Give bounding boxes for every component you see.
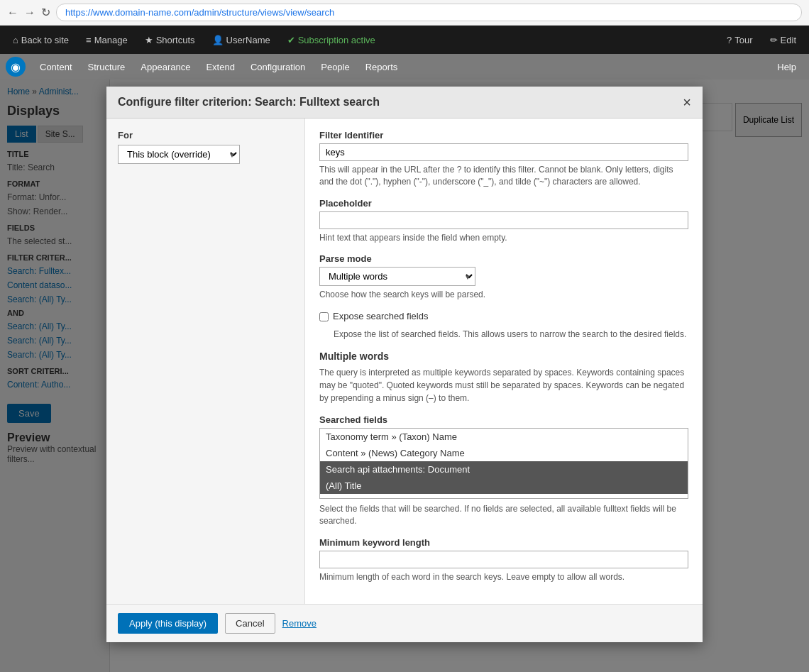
star-icon: ★: [145, 35, 153, 45]
cancel-button[interactable]: Cancel: [225, 613, 275, 634]
list-item[interactable]: Content » (News) Category Name: [320, 445, 688, 461]
placeholder-input[interactable]: [319, 211, 688, 229]
edit-item[interactable]: ✏ Edit: [763, 26, 803, 54]
parse-mode-hint: Choose how the search keys will be parse…: [319, 289, 688, 301]
manage-icon: ≡: [86, 35, 92, 45]
tour-label: Tour: [734, 35, 752, 45]
remove-link[interactable]: Remove: [282, 618, 317, 629]
user-icon: 👤: [212, 35, 224, 45]
expose-fields-group: Expose searched fields Expose the list o…: [319, 311, 688, 341]
modal-right-inner: Filter Identifier This will appear in th…: [305, 119, 703, 604]
multiple-words-text: The query is interpreted as multiple key…: [319, 366, 688, 404]
modal-left-pane: For This block (override): [106, 119, 305, 604]
menu-extend-label: Extend: [206, 62, 234, 72]
min-keyword-group: Minimum keyword length Minimum length of…: [319, 537, 688, 583]
for-label: For: [118, 130, 293, 141]
placeholder-group: Placeholder Hint text that appears insid…: [319, 198, 688, 244]
modal-overlay: Configure filter criterion: Search: Full…: [0, 79, 809, 672]
check-icon: ✔: [287, 35, 295, 45]
filter-identifier-label: Filter Identifier: [319, 130, 688, 141]
menu-appearance[interactable]: Appearance: [133, 54, 197, 79]
menu-help-label: Help: [777, 62, 796, 72]
username-label: UserName: [226, 35, 270, 45]
url-prefix: https://www.domain-name.com: [65, 7, 192, 18]
menu-content[interactable]: Content: [33, 54, 79, 79]
list-item[interactable]: Search api attachments: Document: [320, 461, 688, 478]
parse-mode-select[interactable]: Multiple words Direct input Single phras…: [319, 267, 475, 286]
min-keyword-input[interactable]: [319, 551, 688, 568]
shortcuts-item[interactable]: ★ Shortcuts: [138, 26, 202, 54]
browser-forward-btn[interactable]: →: [24, 6, 35, 19]
min-keyword-label: Minimum keyword length: [319, 537, 688, 548]
menu-configuration-label: Configuration: [251, 62, 305, 72]
expose-checkbox-label: Expose searched fields: [333, 311, 428, 321]
menu-appearance-label: Appearance: [141, 62, 190, 72]
tour-item[interactable]: ? Tour: [720, 26, 760, 54]
menu-structure[interactable]: Structure: [81, 54, 133, 79]
for-select[interactable]: This block (override): [118, 145, 240, 164]
modal-title: Configure filter criterion: Search: Full…: [118, 96, 380, 109]
manage-label: Manage: [94, 35, 128, 45]
subscription-label: Subscription active: [298, 35, 375, 45]
list-item[interactable]: (All) Title: [320, 478, 688, 494]
shortcuts-label: Shortcuts: [156, 35, 195, 45]
parse-mode-group: Parse mode Multiple words Direct input S…: [319, 253, 688, 301]
parse-mode-label: Parse mode: [319, 253, 688, 264]
apply-button[interactable]: Apply (this display): [118, 613, 218, 634]
min-keyword-hint: Minimum length of each word in the searc…: [319, 571, 688, 583]
menu-structure-label: Structure: [88, 62, 126, 72]
multiple-words-section: Multiple words The query is interpreted …: [319, 351, 688, 404]
menu-people-label: People: [321, 62, 349, 72]
menu-content-label: Content: [40, 62, 72, 72]
placeholder-hint: Hint text that appears inside the field …: [319, 232, 688, 244]
back-to-site[interactable]: ⌂ Back to site: [6, 26, 76, 54]
searched-fields-hint: Select the fields that will be searched.…: [319, 503, 688, 527]
menu-reports-label: Reports: [365, 62, 398, 72]
url-path: /admin/structure/views/view/search: [192, 7, 335, 18]
modal-close-button[interactable]: ×: [683, 95, 691, 109]
browser-bar: ← → ↻ https://www.domain-name.com/admin/…: [0, 0, 809, 26]
subscription-item: ✔ Subscription active: [280, 26, 383, 54]
menu-reports[interactable]: Reports: [358, 54, 405, 79]
menu-people[interactable]: People: [314, 54, 356, 79]
drupal-logo: ◉: [6, 57, 26, 77]
searched-fields-listbox[interactable]: Taxonomy term » (Taxon) Name Content » (…: [320, 429, 688, 498]
pencil-icon: ✏: [770, 35, 778, 45]
menu-extend[interactable]: Extend: [199, 54, 241, 79]
searched-fields-label: Searched fields: [319, 414, 688, 425]
expose-checkbox[interactable]: [319, 312, 329, 321]
expose-checkbox-row: Expose searched fields: [319, 311, 688, 324]
question-icon: ?: [727, 35, 732, 45]
list-item[interactable]: Taxonomy term » (Taxon) Name: [320, 429, 688, 445]
searched-fields-listbox-wrapper: Taxonomy term » (Taxon) Name Content » (…: [319, 428, 688, 499]
modal-right-pane[interactable]: Filter Identifier This will appear in th…: [305, 119, 703, 604]
home-icon: ⌂: [13, 35, 18, 45]
edit-label: Edit: [781, 35, 796, 45]
back-to-site-label: Back to site: [21, 35, 69, 45]
username-item[interactable]: 👤 UserName: [205, 26, 277, 54]
for-select-wrapper: This block (override): [118, 145, 240, 164]
menu-help[interactable]: Help: [770, 54, 803, 79]
modal: Configure filter criterion: Search: Full…: [106, 87, 703, 642]
browser-back-btn[interactable]: ←: [7, 6, 18, 19]
filter-identifier-input[interactable]: [319, 143, 688, 161]
drupal-menu: ◉ Content Structure Appearance Extend Co…: [0, 54, 809, 79]
placeholder-label: Placeholder: [319, 198, 688, 209]
modal-footer: Apply (this display) Cancel Remove: [106, 604, 703, 642]
main-content: Home » Administ... Displays List Site S.…: [0, 79, 809, 672]
admin-bar: ⌂ Back to site ≡ Manage ★ Shortcuts 👤 Us…: [0, 26, 809, 54]
browser-refresh-btn[interactable]: ↻: [41, 6, 50, 19]
modal-header: Configure filter criterion: Search: Full…: [106, 87, 703, 119]
expose-hint: Expose the list of searched fields. This…: [334, 329, 688, 341]
modal-body: For This block (override) Filter Identif…: [106, 119, 703, 604]
multiple-words-title: Multiple words: [319, 351, 688, 362]
filter-identifier-group: Filter Identifier This will appear in th…: [319, 130, 688, 188]
searched-fields-group: Searched fields Taxonomy term » (Taxon) …: [319, 414, 688, 527]
parse-mode-select-wrapper: Multiple words Direct input Single phras…: [319, 267, 475, 286]
menu-configuration[interactable]: Configuration: [243, 54, 312, 79]
filter-identifier-hint: This will appear in the URL after the ? …: [319, 164, 688, 188]
manage-item[interactable]: ≡ Manage: [79, 26, 135, 54]
browser-url-bar[interactable]: https://www.domain-name.com/admin/struct…: [56, 4, 802, 21]
